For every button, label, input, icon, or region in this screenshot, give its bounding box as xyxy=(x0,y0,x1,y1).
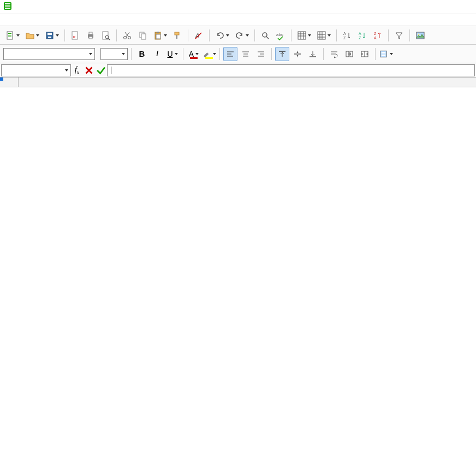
unmerge-cells-button[interactable] xyxy=(358,47,372,61)
svg-text:Z: Z xyxy=(374,32,377,35)
standard-toolbar: P A abc AZ AZ ZA xyxy=(0,26,476,45)
svg-rect-38 xyxy=(318,32,325,39)
row-button[interactable] xyxy=(295,28,313,43)
highlight-color-button[interactable] xyxy=(202,47,216,61)
svg-text:A: A xyxy=(359,32,361,35)
svg-text:P: P xyxy=(73,35,75,39)
align-right-button[interactable] xyxy=(254,47,268,61)
function-wizard-button[interactable]: fx xyxy=(71,64,83,76)
font-size-dropdown[interactable] xyxy=(118,49,127,59)
svg-rect-1 xyxy=(5,3,10,4)
export-pdf-button[interactable]: P xyxy=(68,28,82,43)
italic-button[interactable]: I xyxy=(150,47,164,61)
undo-button[interactable] xyxy=(213,28,231,43)
spreadsheet-grid[interactable] xyxy=(0,77,476,449)
formula-bar: fx xyxy=(0,63,476,77)
column-headers xyxy=(0,77,476,87)
sort-button[interactable]: AZ xyxy=(340,28,354,43)
svg-text:abc: abc xyxy=(276,32,283,37)
align-middle-button[interactable] xyxy=(290,47,305,61)
accept-button[interactable] xyxy=(95,64,107,76)
spellcheck-button[interactable]: abc xyxy=(273,28,288,43)
svg-text:A: A xyxy=(374,36,377,40)
font-name-dropdown[interactable] xyxy=(86,49,94,59)
align-bottom-button[interactable] xyxy=(306,47,320,61)
align-left-button[interactable] xyxy=(223,47,237,61)
align-center-button[interactable] xyxy=(239,47,253,61)
svg-rect-22 xyxy=(141,34,146,39)
svg-rect-33 xyxy=(298,32,306,39)
app-icon xyxy=(3,2,12,12)
print-button[interactable] xyxy=(84,28,98,43)
select-all-corner[interactable] xyxy=(0,77,19,87)
bold-button[interactable]: B xyxy=(135,47,149,61)
name-box[interactable] xyxy=(1,64,71,76)
svg-rect-27 xyxy=(176,35,177,39)
copy-button[interactable] xyxy=(135,28,150,43)
svg-rect-26 xyxy=(175,32,179,35)
svg-point-19 xyxy=(124,36,127,39)
svg-rect-15 xyxy=(89,37,92,39)
autofilter-button[interactable] xyxy=(392,28,406,43)
svg-rect-14 xyxy=(89,32,92,34)
image-button[interactable] xyxy=(413,28,427,43)
font-name-combo[interactable] xyxy=(3,48,95,60)
find-button[interactable] xyxy=(258,28,272,43)
align-top-button[interactable] xyxy=(275,47,289,61)
svg-rect-5 xyxy=(8,33,11,34)
underline-button[interactable]: U xyxy=(165,47,180,61)
svg-point-50 xyxy=(418,33,420,35)
save-button[interactable] xyxy=(43,28,61,43)
svg-rect-70 xyxy=(382,54,386,56)
clone-formatting-button[interactable] xyxy=(170,28,185,43)
svg-rect-69 xyxy=(382,52,386,53)
merge-cells-button[interactable] xyxy=(342,47,356,61)
svg-text:A: A xyxy=(343,32,346,35)
svg-rect-68 xyxy=(380,51,386,57)
cancel-button[interactable] xyxy=(83,64,95,76)
svg-point-30 xyxy=(263,33,267,37)
title-bar xyxy=(0,0,476,14)
svg-rect-9 xyxy=(47,33,52,35)
svg-text:Z: Z xyxy=(343,36,346,40)
print-preview-button[interactable] xyxy=(99,28,113,43)
styles-button[interactable] xyxy=(379,47,393,61)
formatting-toolbar: B I U A xyxy=(0,45,476,63)
svg-text:Z: Z xyxy=(359,36,361,40)
svg-rect-25 xyxy=(156,34,160,39)
wrap-text-button[interactable] xyxy=(327,47,341,61)
cut-button[interactable] xyxy=(120,28,134,43)
sort-asc-button[interactable]: AZ xyxy=(355,28,370,43)
new-button[interactable] xyxy=(3,28,22,43)
svg-rect-24 xyxy=(157,32,159,33)
open-button[interactable] xyxy=(23,28,41,43)
svg-line-18 xyxy=(108,38,110,40)
svg-line-31 xyxy=(266,37,269,39)
redo-button[interactable] xyxy=(233,28,251,43)
font-color-button[interactable]: A xyxy=(187,47,201,61)
sort-desc-button[interactable]: ZA xyxy=(371,28,385,43)
svg-rect-6 xyxy=(8,35,11,35)
svg-rect-7 xyxy=(8,37,11,37)
menu-bar xyxy=(0,14,476,26)
svg-rect-3 xyxy=(5,8,10,9)
svg-rect-10 xyxy=(48,37,51,38)
formula-input[interactable] xyxy=(107,64,475,76)
svg-point-20 xyxy=(128,36,131,39)
paste-button[interactable] xyxy=(151,28,169,43)
name-box-dropdown[interactable] xyxy=(62,65,70,76)
svg-rect-2 xyxy=(5,5,10,7)
column-button[interactable] xyxy=(314,28,333,43)
clear-formatting-button[interactable]: A xyxy=(192,28,206,43)
font-size-combo[interactable] xyxy=(100,48,128,60)
